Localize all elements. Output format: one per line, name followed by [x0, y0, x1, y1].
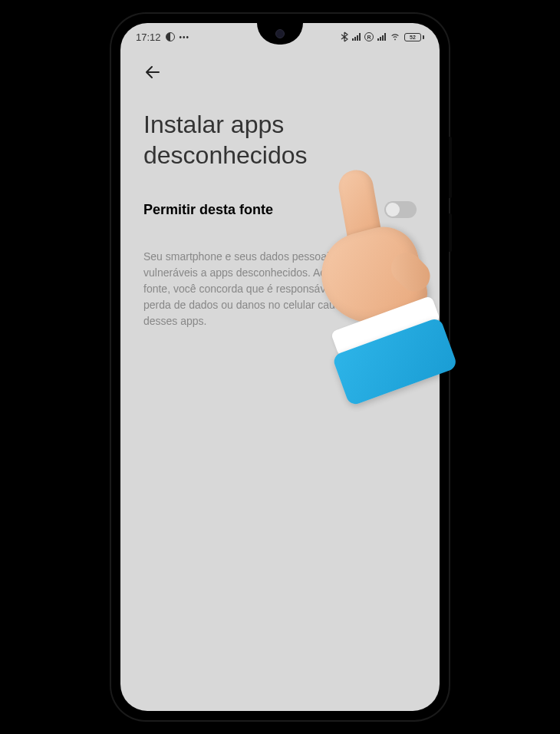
- more-notifications-icon: •••: [180, 33, 190, 41]
- bluetooth-icon: [341, 31, 348, 42]
- registered-icon: R: [364, 32, 374, 41]
- phone-volume-button: [449, 137, 452, 198]
- battery-icon: 52: [404, 33, 424, 41]
- allow-source-toggle[interactable]: [384, 201, 417, 218]
- toggle-knob: [386, 203, 400, 217]
- page-title: Instalar apps desconhecidos: [143, 109, 417, 170]
- dnd-icon: [166, 32, 175, 41]
- back-button[interactable]: [143, 55, 162, 94]
- wifi-icon: [390, 31, 400, 44]
- allow-source-label: Permitir desta fonte: [143, 202, 273, 218]
- signal-bars-1-icon: [352, 33, 361, 41]
- phone-power-button: [449, 213, 452, 252]
- status-time: 17:12: [136, 31, 161, 43]
- front-camera: [275, 29, 285, 38]
- signal-bars-2-icon: [377, 33, 386, 41]
- status-bar-left: 17:12 •••: [136, 31, 189, 43]
- status-bar-right: R 52: [341, 31, 424, 44]
